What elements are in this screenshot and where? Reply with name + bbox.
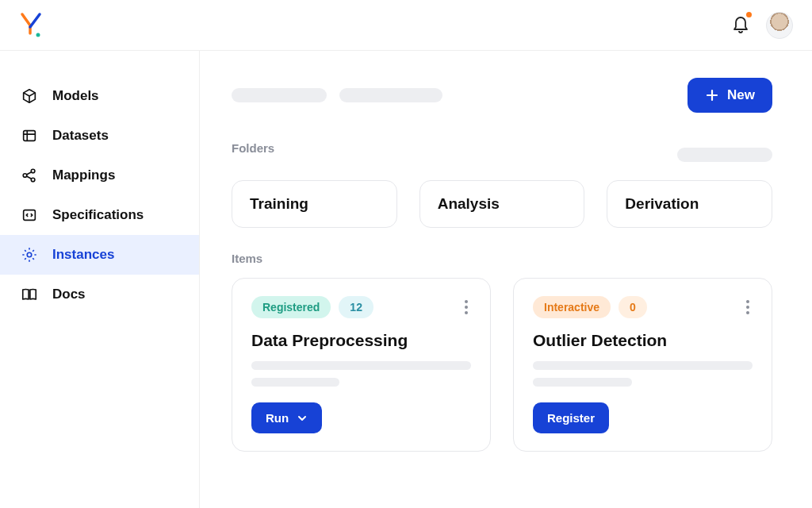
code-box-icon	[21, 206, 38, 224]
card-title: Data Preprocessing	[251, 331, 471, 350]
folder-name: Derivation	[625, 195, 699, 212]
card-menu-button[interactable]	[462, 297, 471, 318]
sidebar-item-label: Specifications	[52, 207, 144, 223]
avatar[interactable]	[766, 12, 793, 39]
book-open-icon	[21, 286, 38, 303]
sidebar-item-label: Models	[52, 88, 99, 104]
chevron-down-icon	[297, 413, 308, 424]
card-description-skeleton	[533, 361, 753, 387]
sidebar-item-mappings[interactable]: Mappings	[0, 156, 199, 195]
sidebar-item-docs[interactable]: Docs	[0, 275, 199, 314]
items-section-label: Items	[232, 252, 772, 265]
folder-name: Training	[250, 195, 308, 212]
folder-analysis[interactable]: Analysis	[419, 180, 585, 228]
run-button-label: Run	[266, 411, 289, 425]
topbar	[0, 0, 812, 51]
item-card: Registered 12 Data Preprocessing Run	[232, 278, 491, 452]
svg-rect-1	[24, 131, 36, 141]
card-description-skeleton	[251, 361, 471, 387]
sidebar-item-datasets[interactable]: Datasets	[0, 116, 199, 156]
gear-icon	[21, 246, 38, 264]
svg-point-2	[23, 174, 27, 178]
register-button-label: Register	[547, 411, 595, 425]
register-button[interactable]: Register	[533, 402, 609, 433]
folder-training[interactable]: Training	[232, 180, 397, 228]
svg-point-6	[27, 252, 32, 257]
folders-section-label: Folders	[232, 141, 274, 155]
sidebar-item-label: Datasets	[52, 128, 109, 144]
new-button[interactable]: New	[688, 78, 772, 113]
count-badge: 0	[619, 296, 647, 318]
notification-dot-icon	[746, 12, 752, 17]
item-card: Interactive 0 Outlier Detection Register	[513, 278, 772, 452]
svg-rect-5	[24, 210, 36, 221]
card-menu-button[interactable]	[743, 297, 753, 318]
run-button[interactable]: Run	[251, 402, 322, 433]
share-nodes-icon	[21, 167, 38, 184]
sidebar-item-instances[interactable]: Instances	[0, 235, 199, 275]
sidebar-item-models[interactable]: Models	[0, 76, 199, 116]
sidebar: Models Datasets Mappings	[0, 51, 200, 508]
count-badge: 12	[339, 296, 373, 318]
new-button-label: New	[727, 87, 755, 103]
status-badge: Registered	[251, 296, 331, 318]
breadcrumb-skeleton	[232, 88, 442, 102]
svg-point-3	[31, 169, 35, 173]
folder-name: Analysis	[438, 195, 500, 212]
sidebar-item-label: Mappings	[52, 167, 115, 183]
sidebar-item-label: Docs	[52, 287, 86, 302]
notifications-button[interactable]	[731, 13, 750, 37]
cube-icon	[21, 87, 38, 105]
svg-point-0	[36, 33, 40, 37]
plus-icon	[705, 88, 719, 102]
status-badge: Interactive	[533, 296, 611, 318]
folder-derivation[interactable]: Derivation	[607, 180, 772, 228]
sidebar-item-specifications[interactable]: Specifications	[0, 195, 199, 235]
sidebar-item-label: Instances	[52, 247, 114, 263]
card-title: Outlier Detection	[533, 331, 753, 350]
table-icon	[21, 127, 38, 144]
main-content: New Folders Training Analysis Derivation…	[200, 51, 812, 508]
svg-point-4	[31, 178, 35, 182]
folders-action-skeleton	[677, 148, 772, 162]
logo[interactable]	[19, 11, 44, 40]
